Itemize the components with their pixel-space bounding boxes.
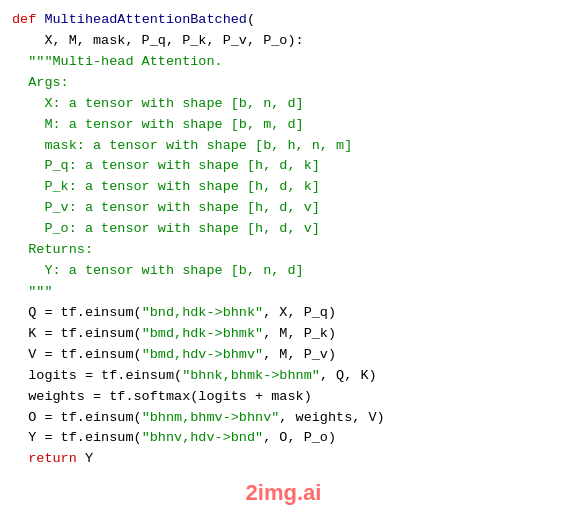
token-str: """Multi-head Attention.	[12, 54, 223, 69]
token-plain: K = tf.einsum(	[12, 326, 142, 341]
code-line: def MultiheadAttentionBatched(	[12, 10, 555, 31]
token-fn: MultiheadAttentionBatched	[44, 12, 247, 27]
token-str: "bnd,hdk->bhnk"	[142, 305, 264, 320]
watermark: 2img.ai	[12, 476, 555, 508]
token-str: P_q: a tensor with shape [h, d, k]	[12, 158, 320, 173]
token-plain: (	[247, 12, 255, 27]
token-str: Y: a tensor with shape [b, n, d]	[12, 263, 304, 278]
token-str: Returns:	[12, 242, 93, 257]
token-plain: Q = tf.einsum(	[12, 305, 142, 320]
token-plain: , O, P_o)	[263, 430, 336, 445]
code-line: O = tf.einsum("bhnm,bhmv->bhnv", weights…	[12, 408, 555, 429]
code-line: Returns:	[12, 240, 555, 261]
code-line: """Multi-head Attention.	[12, 52, 555, 73]
token-str: P_k: a tensor with shape [h, d, k]	[12, 179, 320, 194]
code-line: M: a tensor with shape [b, m, d]	[12, 115, 555, 136]
code-line: P_k: a tensor with shape [h, d, k]	[12, 177, 555, 198]
token-plain: Y	[77, 451, 93, 466]
token-str: Args:	[12, 75, 69, 90]
code-line: logits = tf.einsum("bhnk,bhmk->bhnm", Q,…	[12, 366, 555, 387]
code-line: V = tf.einsum("bmd,hdv->bhmv", M, P_v)	[12, 345, 555, 366]
code-line: Y = tf.einsum("bhnv,hdv->bnd", O, P_o)	[12, 428, 555, 449]
token-plain: weights = tf.softmax(logits + mask)	[12, 389, 312, 404]
token-str: X: a tensor with shape [b, n, d]	[12, 96, 304, 111]
code-line: X: a tensor with shape [b, n, d]	[12, 94, 555, 115]
token-plain: , X, P_q)	[263, 305, 336, 320]
token-plain: logits = tf.einsum(	[12, 368, 182, 383]
token-str: "bhnv,hdv->bnd"	[142, 430, 264, 445]
token-str: P_o: a tensor with shape [h, d, v]	[12, 221, 320, 236]
token-str: M: a tensor with shape [b, m, d]	[12, 117, 304, 132]
token-kw: return	[12, 451, 77, 466]
token-plain: Y = tf.einsum(	[12, 430, 142, 445]
token-plain: V = tf.einsum(	[12, 347, 142, 362]
token-str: P_v: a tensor with shape [h, d, v]	[12, 200, 320, 215]
code-line: Y: a tensor with shape [b, n, d]	[12, 261, 555, 282]
token-str: "bmd,hdk->bhmk"	[142, 326, 264, 341]
token-plain: , Q, K)	[320, 368, 377, 383]
code-line: K = tf.einsum("bmd,hdk->bhmk", M, P_k)	[12, 324, 555, 345]
code-line: P_v: a tensor with shape [h, d, v]	[12, 198, 555, 219]
code-block: def MultiheadAttentionBatched( X, M, mas…	[12, 10, 555, 470]
code-line: P_q: a tensor with shape [h, d, k]	[12, 156, 555, 177]
token-plain: , weights, V)	[279, 410, 384, 425]
code-line: P_o: a tensor with shape [h, d, v]	[12, 219, 555, 240]
token-str: mask: a tensor with shape [b, h, n, m]	[12, 138, 352, 153]
token-plain: , M, P_v)	[263, 347, 336, 362]
code-line: weights = tf.softmax(logits + mask)	[12, 387, 555, 408]
token-str: "bhnm,bhmv->bhnv"	[142, 410, 280, 425]
token-str: """	[12, 284, 53, 299]
code-line: X, M, mask, P_q, P_k, P_v, P_o):	[12, 31, 555, 52]
code-line: mask: a tensor with shape [b, h, n, m]	[12, 136, 555, 157]
code-line: return Y	[12, 449, 555, 470]
token-str: "bhnk,bhmk->bhnm"	[182, 368, 320, 383]
token-plain: O = tf.einsum(	[12, 410, 142, 425]
code-line: Q = tf.einsum("bnd,hdk->bhnk", X, P_q)	[12, 303, 555, 324]
token-kw: def	[12, 12, 36, 27]
code-line: """	[12, 282, 555, 303]
token-plain: X, M, mask, P_q, P_k, P_v, P_o):	[12, 33, 304, 48]
token-plain: , M, P_k)	[263, 326, 336, 341]
token-str: "bmd,hdv->bhmv"	[142, 347, 264, 362]
code-line: Args:	[12, 73, 555, 94]
